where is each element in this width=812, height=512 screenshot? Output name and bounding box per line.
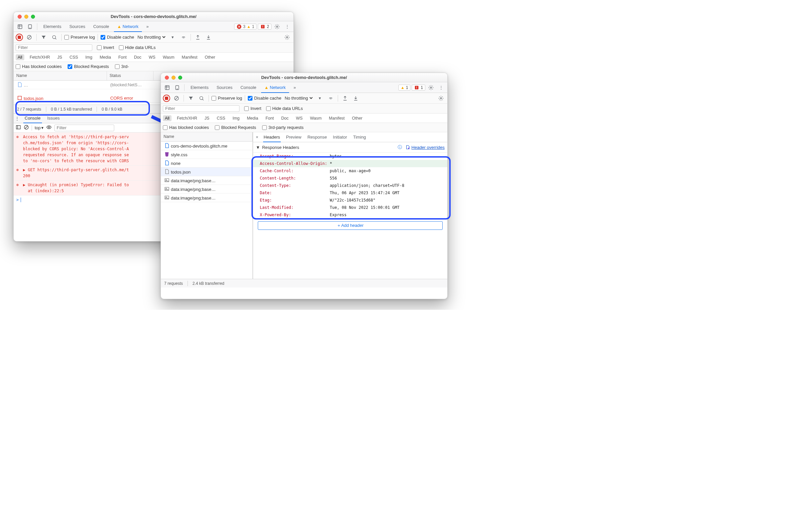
tab-elements[interactable]: Elements (40, 21, 65, 32)
type-doc[interactable]: Doc (279, 115, 290, 121)
device-icon[interactable] (173, 83, 181, 92)
filter-icon[interactable] (39, 33, 48, 41)
type-media[interactable]: Media (97, 54, 113, 60)
more-tabs-icon[interactable]: » (290, 83, 299, 92)
disable-cache-checkbox[interactable]: Disable cache (100, 35, 134, 40)
wifi-icon[interactable] (326, 94, 335, 103)
add-header-button[interactable]: ＋Add header (258, 221, 443, 230)
kebab-icon[interactable]: ⋮ (283, 22, 291, 31)
table-row[interactable]: data:image/png;base… (161, 194, 253, 202)
console-sidebar-icon[interactable] (16, 124, 21, 131)
response-headers-section[interactable]: ▼Response Headers ⓘ Header overrides (253, 142, 447, 152)
tab-sources[interactable]: Sources (213, 82, 236, 93)
type-ws[interactable]: WS (147, 54, 157, 60)
drawer-tab-console[interactable]: Console (23, 113, 42, 123)
type-js[interactable]: JS (203, 115, 211, 121)
tab-console[interactable]: Console (237, 82, 260, 93)
drawer-tab-issues[interactable]: Issues (46, 113, 61, 123)
type-wasm[interactable]: Wasm (161, 54, 176, 60)
preserve-log-checkbox[interactable]: Preserve log (64, 35, 95, 40)
header-item[interactable]: Last-Modified:Tue, 08 Nov 2022 15:00:01 … (253, 204, 447, 211)
close-window[interactable] (18, 15, 22, 19)
network-settings-icon[interactable] (283, 33, 291, 41)
tab-sources[interactable]: Sources (66, 21, 89, 32)
type-doc[interactable]: Doc (132, 54, 143, 60)
detail-tab-headers[interactable]: Headers (263, 132, 281, 142)
header-item[interactable]: Content-Type:application/json; charset=U… (253, 182, 447, 189)
hide-data-urls-checkbox[interactable]: Hide data URLs (119, 45, 156, 50)
zoom-window[interactable] (31, 15, 35, 19)
col-status[interactable]: Status (107, 71, 153, 80)
filter-input[interactable] (163, 105, 239, 112)
issue-badge[interactable]: 1 (412, 85, 425, 91)
search-icon[interactable] (50, 33, 59, 41)
settings-icon[interactable] (273, 22, 282, 31)
tab-elements[interactable]: Elements (187, 82, 212, 93)
tab-network[interactable]: ▲ Network (261, 82, 289, 93)
type-other[interactable]: Other (203, 54, 217, 60)
close-window[interactable] (165, 76, 169, 80)
blocked-requests-checkbox[interactable]: Blocked Requests (215, 125, 256, 130)
throttling-select[interactable]: No throttling (284, 95, 314, 101)
settings-icon[interactable] (427, 83, 435, 92)
col-name[interactable]: Name (13, 71, 107, 80)
context-selector[interactable]: top ▾ (35, 125, 44, 130)
type-other[interactable]: Other (350, 115, 365, 121)
download-icon[interactable] (351, 94, 360, 103)
tab-console[interactable]: Console (90, 21, 113, 32)
inspect-icon[interactable] (163, 83, 172, 92)
throttling-select[interactable]: No throttling (136, 34, 167, 40)
type-fetch[interactable]: Fetch/XHR (28, 54, 52, 60)
type-media[interactable]: Media (245, 115, 260, 121)
inspect-icon[interactable] (16, 22, 24, 31)
header-item[interactable]: Etag:W/"22c-18457c15d68" (253, 197, 447, 204)
drawer-kebab-icon[interactable]: ⋮ (15, 116, 19, 121)
type-img[interactable]: Img (83, 54, 94, 60)
table-row[interactable]: cors-demo-devtools.glitch.me (161, 142, 253, 150)
tab-network[interactable]: ▲ Network (114, 21, 142, 32)
type-ws[interactable]: WS (294, 115, 304, 121)
filter-icon[interactable] (186, 94, 195, 103)
upload-icon[interactable] (194, 33, 202, 41)
type-font[interactable]: Font (116, 54, 128, 60)
table-row[interactable]: none (161, 159, 253, 168)
console-filter-input[interactable] (54, 124, 114, 131)
chevron-down-icon[interactable]: ▾ (316, 94, 324, 103)
live-expression-icon[interactable] (46, 124, 52, 131)
header-item[interactable]: Date:Thu, 06 Apr 2023 15:47:24 GMT (253, 189, 447, 197)
type-css[interactable]: CSS (215, 115, 228, 121)
header-overrides-link[interactable]: Header overrides (405, 145, 445, 150)
type-font[interactable]: Font (263, 115, 276, 121)
col-name[interactable]: Name (161, 132, 253, 141)
type-wasm[interactable]: Wasm (308, 115, 324, 121)
detail-tab-response[interactable]: Response (307, 132, 328, 142)
type-all[interactable]: All (16, 54, 24, 60)
header-item[interactable]: X-Powered-By:Express (253, 211, 447, 219)
table-row[interactable]: data:image/png;base… (161, 185, 253, 194)
wifi-icon[interactable] (179, 33, 188, 41)
header-item[interactable]: Access-Control-Allow-Origin:* (253, 160, 447, 167)
blocked-cookies-checkbox[interactable]: Has blocked cookies (16, 64, 62, 69)
type-manifest[interactable]: Manifest (180, 54, 200, 60)
blocked-cookies-checkbox[interactable]: Has blocked cookies (163, 125, 209, 130)
type-all[interactable]: All (163, 115, 172, 121)
kebab-icon[interactable]: ⋮ (437, 83, 445, 92)
record-button[interactable] (163, 94, 170, 102)
table-row[interactable]: data:image/png;base… (161, 176, 253, 185)
detail-tab-initiator[interactable]: Initiator (332, 132, 348, 142)
header-item[interactable]: Cache-Control:public, max-age=0 (253, 167, 447, 175)
more-tabs-icon[interactable]: » (143, 22, 152, 31)
chevron-down-icon[interactable]: ▾ (169, 33, 177, 41)
type-fetch[interactable]: Fetch/XHR (175, 115, 199, 121)
help-icon[interactable]: ⓘ (398, 144, 402, 150)
network-settings-icon[interactable] (437, 94, 445, 103)
third-party-checkbox[interactable]: 3rd-party requests (262, 125, 304, 130)
minimize-window[interactable] (172, 76, 176, 80)
type-manifest[interactable]: Manifest (327, 115, 347, 121)
issue-count-badge[interactable]: 2 (258, 24, 271, 30)
preserve-log-checkbox[interactable]: Preserve log (211, 95, 242, 101)
record-button[interactable] (16, 34, 23, 41)
detail-tab-timing[interactable]: Timing (352, 132, 367, 142)
type-img[interactable]: Img (230, 115, 241, 121)
hide-data-urls-checkbox[interactable]: Hide data URLs (266, 106, 303, 111)
